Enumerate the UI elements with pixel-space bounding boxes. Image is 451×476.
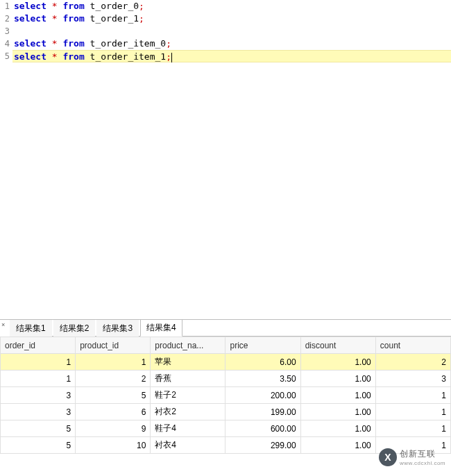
- cell[interactable]: 600.00: [226, 420, 300, 437]
- cell[interactable]: 鞋子2: [151, 387, 226, 404]
- cell[interactable]: 2: [375, 354, 450, 371]
- cell[interactable]: 1: [375, 404, 450, 420]
- column-header[interactable]: product_na...: [151, 337, 226, 354]
- column-header[interactable]: price: [226, 337, 300, 354]
- cell[interactable]: 299.00: [226, 437, 300, 454]
- result-tabs: 结果集1结果集2结果集3结果集4: [10, 320, 451, 337]
- table-row[interactable]: 36衬衣2199.001.001: [1, 404, 451, 420]
- result-tab[interactable]: 结果集1: [10, 320, 52, 337]
- sql-editor[interactable]: 1select * from t_order_0;2select * from …: [0, 0, 451, 312]
- cell[interactable]: 6.00: [226, 354, 300, 371]
- cell[interactable]: 1: [1, 354, 76, 371]
- cell[interactable]: 1: [375, 387, 450, 404]
- cell[interactable]: 3: [1, 404, 76, 420]
- line-number: 3: [0, 25, 12, 37]
- table-row[interactable]: 12香蕉3.501.003: [1, 371, 451, 387]
- cell[interactable]: 9: [76, 420, 151, 437]
- cell[interactable]: 3.50: [226, 371, 300, 387]
- column-header[interactable]: product_id: [76, 337, 151, 354]
- cell[interactable]: 1: [76, 354, 151, 371]
- result-grid[interactable]: order_idproduct_idproduct_na...pricedisc…: [0, 337, 451, 454]
- code-content[interactable]: select * from t_order_item_1;: [12, 50, 451, 62]
- results-panel: × 结果集1结果集2结果集3结果集4 order_idproduct_idpro…: [0, 319, 451, 476]
- cell[interactable]: 2: [76, 371, 151, 387]
- cell[interactable]: 1.00: [300, 404, 375, 420]
- column-header[interactable]: discount: [300, 337, 375, 354]
- cell[interactable]: 5: [76, 387, 151, 404]
- result-tab[interactable]: 结果集4: [140, 319, 182, 337]
- cell[interactable]: 鞋子4: [151, 420, 226, 437]
- cell[interactable]: 1: [1, 371, 76, 387]
- cell[interactable]: 200.00: [226, 387, 300, 404]
- cell[interactable]: 5: [1, 420, 76, 437]
- code-content[interactable]: select * from t_order_0;: [12, 0, 451, 12]
- close-icon[interactable]: ×: [1, 321, 8, 328]
- table-row[interactable]: 35鞋子2200.001.001: [1, 387, 451, 404]
- editor-line[interactable]: 3: [0, 25, 451, 37]
- cell[interactable]: 1.00: [300, 387, 375, 404]
- column-header[interactable]: count: [375, 337, 450, 354]
- code-content[interactable]: [12, 25, 451, 37]
- cell[interactable]: 1: [375, 437, 450, 454]
- line-number: 1: [0, 0, 12, 12]
- cell[interactable]: 1.00: [300, 354, 375, 371]
- column-header[interactable]: order_id: [1, 337, 76, 354]
- table-row[interactable]: 59鞋子4600.001.001: [1, 420, 451, 437]
- code-content[interactable]: select * from t_order_1;: [12, 12, 451, 25]
- line-number: 5: [0, 50, 12, 62]
- cell[interactable]: 1.00: [300, 437, 375, 454]
- cell[interactable]: 10: [76, 437, 151, 454]
- line-number: 4: [0, 37, 12, 50]
- code-content[interactable]: select * from t_order_item_0;: [12, 37, 451, 50]
- cell[interactable]: 6: [76, 404, 151, 420]
- cell[interactable]: 1.00: [300, 420, 375, 437]
- editor-line[interactable]: 4select * from t_order_item_0;: [0, 37, 451, 50]
- cell[interactable]: 衬衣4: [151, 437, 226, 454]
- cell[interactable]: 3: [375, 371, 450, 387]
- cell[interactable]: 3: [1, 387, 76, 404]
- cell[interactable]: 199.00: [226, 404, 300, 420]
- cell[interactable]: 5: [1, 437, 76, 454]
- editor-line[interactable]: 2select * from t_order_1;: [0, 12, 451, 25]
- line-number: 2: [0, 12, 12, 25]
- table-row[interactable]: 510衬衣4299.001.001: [1, 437, 451, 454]
- editor-line[interactable]: 1select * from t_order_0;: [0, 0, 451, 12]
- editor-line[interactable]: 5select * from t_order_item_1;: [0, 50, 451, 62]
- cell[interactable]: 苹果: [151, 354, 226, 371]
- table-row[interactable]: 11苹果6.001.002: [1, 354, 451, 371]
- result-tab[interactable]: 结果集3: [96, 320, 139, 337]
- result-tab[interactable]: 结果集2: [53, 320, 96, 337]
- cell[interactable]: 香蕉: [151, 371, 226, 387]
- cell[interactable]: 1: [375, 420, 450, 437]
- cell[interactable]: 衬衣2: [151, 404, 226, 420]
- cell[interactable]: 1.00: [300, 371, 375, 387]
- grid-header-row: order_idproduct_idproduct_na...pricedisc…: [1, 337, 451, 354]
